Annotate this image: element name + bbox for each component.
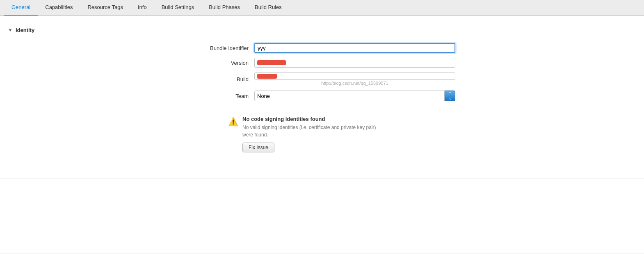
tab-info[interactable]: Info [130, 0, 154, 16]
team-select-chevron-button[interactable]: ⌃⌄ [445, 91, 455, 101]
warning-description: No valid signing identities (i.e. certif… [242, 124, 376, 138]
tab-build-settings[interactable]: Build Settings [154, 0, 202, 16]
warning-box: ⚠️ No code signing identities found No v… [222, 110, 488, 158]
section-title: Identity [16, 27, 34, 33]
tab-capabilities[interactable]: Capabilities [38, 0, 80, 16]
build-label: Build [189, 76, 254, 82]
bundle-identifier-input[interactable] [254, 43, 455, 53]
chevron-updown-icon: ⌃⌄ [448, 91, 452, 100]
warning-triangle-icon: ⚠️ [228, 117, 238, 127]
tab-bar: General Capabilities Resource Tags Info … [0, 0, 644, 16]
build-row: Build http://blog.csdn.net/qq_15509071 [189, 73, 455, 86]
collapse-icon: ▼ [8, 28, 12, 32]
team-row: Team None ⌃⌄ [189, 91, 455, 101]
bundle-identifier-label: Bundle Identifier [189, 45, 254, 51]
version-redacted [257, 60, 286, 65]
build-input-wrapper[interactable] [254, 73, 455, 80]
version-row: Version [189, 58, 455, 68]
team-select[interactable]: None [254, 91, 445, 101]
tab-build-rules[interactable]: Build Rules [247, 0, 289, 16]
warning-text-block: No code signing identities found No vali… [242, 116, 376, 152]
team-select-wrapper: None ⌃⌄ [254, 91, 455, 101]
version-label: Version [189, 60, 254, 66]
warning-title: No code signing identities found [242, 116, 376, 122]
tab-resource-tags[interactable]: Resource Tags [80, 0, 130, 16]
tab-general[interactable]: General [4, 0, 38, 16]
fix-issue-button[interactable]: Fix Issue [242, 143, 274, 152]
identity-section-header[interactable]: ▼ Identity [0, 24, 644, 39]
bundle-identifier-row: Bundle Identifier [189, 43, 455, 53]
build-redacted [257, 74, 277, 79]
tab-build-phases[interactable]: Build Phases [201, 0, 247, 16]
version-input-wrapper[interactable] [254, 58, 455, 68]
watermark-text: http://blog.csdn.net/qq_15509071 [254, 81, 455, 86]
team-label: Team [189, 93, 254, 99]
identity-form: Bundle Identifier Version Build http://b… [0, 39, 644, 170]
bottom-divider [0, 179, 644, 179]
main-content: ▼ Identity Bundle Identifier Version Bui… [0, 16, 644, 253]
